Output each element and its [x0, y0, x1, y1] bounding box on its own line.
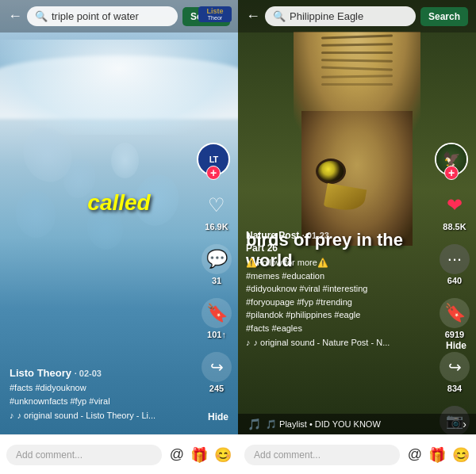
- share-count-left: 245: [209, 384, 224, 393]
- bookmark-count-right: 6919: [445, 330, 464, 339]
- share-icon-right: ↪: [440, 352, 470, 382]
- right-search-button[interactable]: Search: [420, 7, 468, 26]
- music-icon-right: ♪: [246, 338, 251, 347]
- follow-plus-left[interactable]: +: [206, 166, 221, 180]
- right-description: ⚠️Follow for more⚠️ #memes #education #d…: [246, 256, 428, 334]
- playlist-info: 🎵 🎵 Playlist • DID YOU KNOW: [248, 418, 381, 430]
- right-music: ♪ ♪ original sound - Nature Post - N...: [246, 338, 428, 347]
- bookmark-icon-left: 🔖: [202, 298, 232, 328]
- bookmark-icon-right: 🔖: [440, 298, 470, 328]
- comment-icon-right: ···: [440, 244, 470, 274]
- left-date: · 02-03: [75, 369, 102, 378]
- left-search-query: triple point of water: [52, 10, 170, 22]
- droplet-4: [111, 143, 139, 178]
- left-comment-bar: Add comment... @ 🎁 😊: [0, 434, 238, 474]
- comment-count-right: 640: [447, 276, 462, 285]
- feather-details: [321, 36, 393, 115]
- left-comment-icons: @ 🎁 😊: [170, 446, 232, 464]
- gift-icon-left[interactable]: 🎁: [190, 446, 208, 464]
- follow-plus-right[interactable]: +: [444, 166, 459, 180]
- share-button-right[interactable]: ↪ 834: [440, 352, 470, 393]
- back-button-right[interactable]: ←: [246, 8, 260, 25]
- left-overlay-text: called: [87, 190, 150, 216]
- like-count-left: 16.9K: [205, 222, 228, 231]
- logo-line1: Liste: [206, 8, 223, 15]
- right-search-bar: ← 🔍 Philippine Eagle Search: [238, 0, 476, 32]
- playlist-icon: 🎵: [248, 418, 261, 430]
- heart-icon-right: ❤: [440, 190, 470, 220]
- left-username: Listo Theory · 02-03: [10, 367, 185, 379]
- right-username: Nature Post · 01-23: [246, 230, 428, 241]
- right-avatar-container: 🦅 +: [435, 143, 468, 176]
- right-panel: ← 🔍 Philippine Eagle Search birds of pre…: [238, 0, 476, 474]
- right-comment-bar: Add comment... @ 🎁 😊: [238, 434, 476, 474]
- left-music-text: ♪ original sound - Listo Theory - Li...: [17, 411, 156, 420]
- comment-icon-left: 💬: [202, 244, 232, 274]
- listo-logo: Liste Theor: [198, 6, 232, 35]
- left-music: ♪ ♪ original sound - Listo Theory - Li..…: [10, 411, 185, 420]
- playlist-bar[interactable]: 🎵 🎵 Playlist • DID YOU KNOW ›: [238, 414, 476, 434]
- share-count-right: 834: [447, 384, 462, 393]
- right-music-text: ♪ original sound - Nature Post - N...: [254, 338, 390, 347]
- playlist-label: 🎵 Playlist • DID YOU KNOW: [266, 419, 381, 430]
- mention-icon-left[interactable]: @: [170, 446, 184, 463]
- left-hashtags: #facts #didyouknow #unknownfacts #fyp #v…: [10, 381, 185, 407]
- left-bottom-info: Listo Theory · 02-03 #facts #didyouknow …: [0, 361, 194, 426]
- bookmark-count-left: 101↑: [207, 330, 226, 339]
- emoji-icon-left[interactable]: 😊: [214, 446, 232, 464]
- emoji-icon-right[interactable]: 😊: [452, 446, 470, 464]
- right-search-box[interactable]: 🔍 Philippine Eagle: [265, 6, 416, 26]
- hide-button-left[interactable]: Hide: [208, 411, 228, 422]
- bookmark-button-left[interactable]: 🔖 101↑: [202, 298, 232, 339]
- music-icon-left: ♪: [10, 411, 14, 420]
- comment-count-left: 31: [212, 276, 221, 285]
- back-button-left[interactable]: ←: [8, 8, 22, 25]
- gift-icon-right[interactable]: 🎁: [428, 446, 446, 464]
- left-comment-input[interactable]: Add comment...: [6, 445, 162, 465]
- right-date: · 01-23: [302, 231, 329, 240]
- eagle-eye: [316, 159, 346, 184]
- left-panel: Liste Theor ← 🔍 triple point of water Se…: [0, 0, 238, 474]
- share-button-left[interactable]: ↪ 245: [202, 352, 232, 393]
- right-part: Part 26: [246, 243, 428, 254]
- right-comment-input[interactable]: Add comment...: [244, 445, 400, 465]
- right-avatar-area: 🦅 +: [435, 143, 468, 176]
- left-avatar-container: LT +: [197, 143, 230, 176]
- comment-button-right[interactable]: ··· 640: [440, 244, 470, 285]
- playlist-arrow: ›: [463, 418, 466, 430]
- logo-line2: Theor: [208, 15, 222, 21]
- search-icon-right: 🔍: [273, 10, 286, 22]
- bookmark-button-right[interactable]: 🔖 6919: [440, 298, 470, 339]
- right-search-query: Philippine Eagle: [290, 10, 408, 22]
- right-action-buttons: ❤ 88.5K ··· 640 🔖 6919 ↪ 834 📷: [440, 190, 470, 436]
- comment-button-left[interactable]: 💬 31: [202, 244, 232, 285]
- left-search-box[interactable]: 🔍 triple point of water: [27, 6, 178, 26]
- right-post-info: Nature Post · 01-23 Part 26 ⚠️Follow for…: [246, 230, 428, 347]
- hide-button-right[interactable]: Hide: [446, 340, 466, 351]
- like-button-left[interactable]: ♡ 16.9K: [202, 190, 232, 231]
- mention-icon-right[interactable]: @: [408, 446, 422, 463]
- right-comment-icons: @ 🎁 😊: [408, 446, 470, 464]
- like-button-right[interactable]: ❤ 88.5K: [440, 190, 470, 231]
- like-count-right: 88.5K: [443, 222, 466, 231]
- search-icon-left: 🔍: [35, 10, 48, 22]
- share-icon-left: ↪: [202, 352, 232, 382]
- heart-icon-left: ♡: [202, 190, 232, 220]
- water-splash: [0, 40, 238, 214]
- left-avatar-area: LT +: [197, 143, 230, 176]
- left-action-buttons: ♡ 16.9K 💬 31 🔖 101↑ ↪ 245: [202, 190, 232, 393]
